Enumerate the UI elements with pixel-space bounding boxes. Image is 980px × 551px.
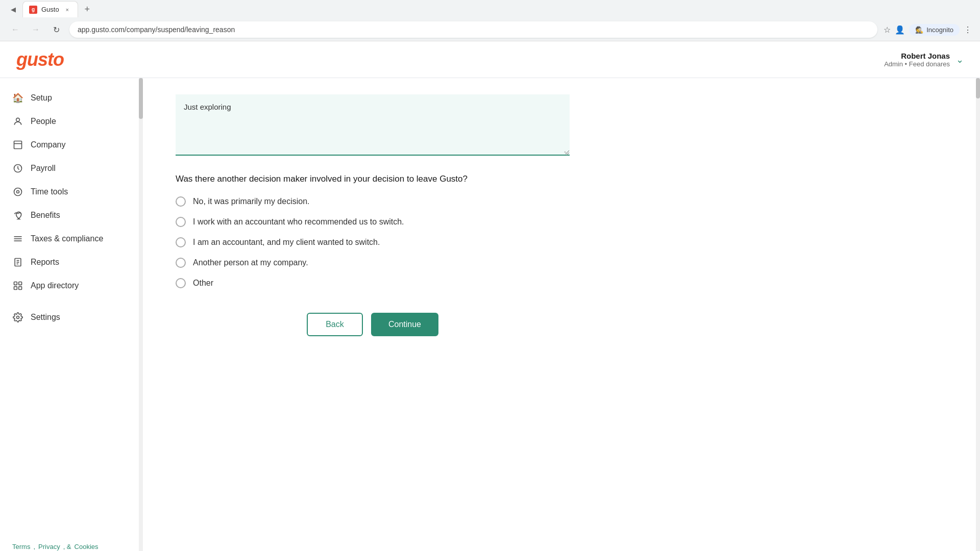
settings-icon	[12, 312, 23, 323]
main-scroll-track	[976, 78, 980, 551]
sidebar-item-setup[interactable]: 🏠 Setup	[0, 86, 142, 110]
radio-item-3[interactable]: I am an accountant, and my client wanted…	[176, 237, 570, 247]
back-button[interactable]: Back	[307, 313, 363, 336]
address-input[interactable]: app.gusto.com/company/suspend/leaving_re…	[69, 21, 877, 38]
radio-label-1: No, it was primarily my decision.	[193, 197, 310, 206]
app-header: gusto Robert Jonas Admin • Feed donares …	[0, 41, 980, 78]
address-icons: ☆ 👤 🕵 Incognito ⋮	[884, 24, 972, 36]
terms-link[interactable]: Terms	[12, 543, 30, 550]
sidebar-item-benefits[interactable]: Benefits	[0, 204, 142, 227]
people-icon	[12, 116, 23, 127]
sidebar-label-app-directory: App directory	[31, 281, 79, 290]
sidebar-item-reports[interactable]: Reports	[0, 251, 142, 274]
radio-circle-5[interactable]	[176, 278, 186, 288]
svg-point-0	[16, 118, 20, 121]
sidebar-label-reports: Reports	[31, 258, 59, 267]
sidebar-footer: Terms , Privacy , & Cookies	[0, 535, 142, 551]
radio-label-3: I am an accountant, and my client wanted…	[193, 238, 380, 247]
continue-button[interactable]: Continue	[371, 313, 438, 336]
incognito-badge: 🕵 Incognito	[909, 24, 960, 36]
bookmark-icon[interactable]: ☆	[884, 25, 891, 35]
svg-point-4	[14, 188, 22, 196]
sidebar-item-app-directory[interactable]: App directory	[0, 274, 142, 297]
sidebar: 🏠 Setup People Company	[0, 78, 143, 551]
radio-group: No, it was primarily my decision. I work…	[176, 196, 570, 288]
app-directory-icon	[12, 280, 23, 291]
tab-nav-back[interactable]: ◀	[6, 2, 20, 16]
menu-icon[interactable]: ⋮	[964, 25, 972, 35]
radio-circle-2[interactable]	[176, 217, 186, 227]
sidebar-label-time-tools: Time tools	[31, 187, 68, 196]
sidebar-label-taxes: Taxes & compliance	[31, 234, 103, 243]
question-text: Was there another decision maker involve…	[176, 174, 570, 184]
sidebar-scroll-track	[139, 78, 143, 551]
user-info: Robert Jonas Admin • Feed donares	[884, 52, 950, 68]
active-tab[interactable]: g Gusto ×	[22, 1, 78, 17]
sidebar-label-people: People	[31, 117, 56, 126]
payroll-icon	[12, 163, 23, 174]
radio-label-4: Another person at my company.	[193, 258, 308, 267]
tab-close-button[interactable]: ×	[63, 6, 71, 14]
sidebar-item-people[interactable]: People	[0, 110, 142, 133]
svg-point-5	[17, 191, 19, 193]
svg-rect-13	[14, 282, 17, 285]
svg-rect-15	[14, 287, 17, 290]
incognito-label: Incognito	[926, 26, 953, 34]
radio-item-1[interactable]: No, it was primarily my decision.	[176, 196, 570, 207]
sidebar-label-benefits: Benefits	[31, 211, 60, 220]
radio-item-5[interactable]: Other	[176, 278, 570, 288]
svg-point-17	[17, 316, 19, 319]
sidebar-label-settings: Settings	[31, 313, 60, 322]
radio-circle-3[interactable]	[176, 237, 186, 247]
cookies-link[interactable]: Cookies	[75, 543, 99, 550]
radio-item-4[interactable]: Another person at my company.	[176, 258, 570, 268]
user-name: Robert Jonas	[884, 52, 950, 60]
taxes-icon	[12, 233, 23, 244]
main-content: ⤡ Was there another decision maker invol…	[143, 78, 980, 551]
radio-circle-1[interactable]	[176, 196, 186, 207]
time-tools-icon	[12, 186, 23, 197]
reports-icon	[12, 257, 23, 268]
user-role: Admin • Feed donares	[884, 60, 950, 68]
radio-item-2[interactable]: I work with an accountant who recommende…	[176, 217, 570, 227]
user-dropdown-arrow[interactable]: ⌄	[956, 54, 964, 65]
browser-chrome: ◀ g Gusto × + ← → ↻ app.gusto.com/compan…	[0, 0, 980, 41]
profile-icon[interactable]: 👤	[895, 25, 905, 35]
sidebar-label-company: Company	[31, 140, 65, 149]
main-scroll-thumb[interactable]	[976, 78, 980, 98]
content-area: ⤡ Was there another decision maker invol…	[143, 78, 602, 353]
svg-rect-16	[19, 287, 22, 290]
tab-title: Gusto	[41, 6, 59, 13]
separator2: , &	[63, 543, 71, 550]
textarea-container: ⤡	[176, 94, 570, 158]
svg-rect-1	[14, 141, 22, 149]
url-text: app.gusto.com/company/suspend/leaving_re…	[78, 26, 235, 34]
sidebar-item-taxes[interactable]: Taxes & compliance	[0, 227, 142, 251]
sidebar-item-settings[interactable]: Settings	[0, 306, 142, 329]
svg-rect-14	[19, 282, 22, 285]
privacy-link[interactable]: Privacy	[38, 543, 60, 550]
incognito-icon: 🕵	[915, 26, 923, 34]
sidebar-item-time-tools[interactable]: Time tools	[0, 180, 142, 204]
home-icon: 🏠	[12, 92, 23, 104]
sidebar-item-payroll[interactable]: Payroll	[0, 157, 142, 180]
reason-textarea[interactable]	[176, 94, 570, 156]
back-button[interactable]: ←	[8, 22, 22, 37]
new-tab-button[interactable]: +	[80, 2, 94, 16]
company-icon	[12, 139, 23, 151]
radio-label-2: I work with an accountant who recommende…	[193, 217, 404, 227]
resize-handle[interactable]: ⤡	[564, 149, 569, 157]
separator1: ,	[33, 543, 35, 550]
app-container: 🏠 Setup People Company	[0, 78, 980, 551]
tab-bar: ◀ g Gusto × +	[0, 0, 980, 18]
sidebar-label-payroll: Payroll	[31, 164, 56, 173]
forward-button[interactable]: →	[29, 22, 43, 37]
address-bar: ← → ↻ app.gusto.com/company/suspend/leav…	[0, 18, 980, 41]
radio-circle-4[interactable]	[176, 258, 186, 268]
button-row: Back Continue	[176, 313, 570, 336]
radio-label-5: Other	[193, 279, 213, 288]
sidebar-item-company[interactable]: Company	[0, 133, 142, 157]
gusto-logo: gusto	[16, 49, 64, 70]
refresh-button[interactable]: ↻	[49, 22, 63, 37]
sidebar-scroll-thumb[interactable]	[139, 78, 143, 119]
